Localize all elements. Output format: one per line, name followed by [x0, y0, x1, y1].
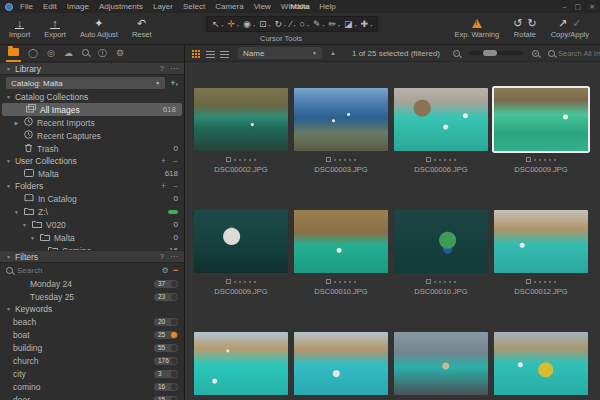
rating-dot[interactable]: [534, 281, 536, 283]
photo-cell[interactable]: DSC00010.JPG: [293, 210, 389, 332]
menu-adjustments[interactable]: Adjustments: [99, 2, 143, 11]
rating-dot[interactable]: [234, 281, 236, 283]
apply-adjustments-icon[interactable]: ✓: [572, 18, 581, 29]
rating-dot[interactable]: [549, 159, 551, 161]
photo-thumbnail[interactable]: [494, 88, 588, 151]
date-filter-monday-24[interactable]: Monday 2437: [0, 277, 184, 290]
add-icon[interactable]: +: [161, 156, 166, 166]
rating-dot[interactable]: [349, 159, 351, 161]
folder-in-catalog[interactable]: In Catalog0: [0, 192, 184, 205]
folder-v020[interactable]: ▼V0200: [0, 218, 184, 231]
photo-thumbnail[interactable]: [294, 88, 388, 151]
photo-thumbnail[interactable]: [394, 332, 488, 395]
photo-thumbnail[interactable]: [494, 210, 588, 273]
pick-color-tool-icon[interactable]: ✎: [313, 20, 325, 29]
rating-dot[interactable]: [354, 159, 356, 161]
menu-select[interactable]: Select: [183, 2, 205, 11]
tab-settings[interactable]: ⚙: [116, 48, 124, 58]
catalog-select[interactable]: Catalog: Malta ▼: [6, 77, 165, 89]
remove-icon[interactable]: −: [173, 156, 178, 166]
draw-mask-tool-icon[interactable]: ✏: [329, 20, 341, 29]
menu-camera[interactable]: Camera: [215, 2, 243, 11]
rotate-button[interactable]: ↺↻Rotate: [506, 13, 543, 44]
keyword-filter-door[interactable]: door15: [0, 393, 184, 400]
collection-recent-captures[interactable]: Recent Captures: [0, 129, 184, 142]
add-icon[interactable]: +: [161, 181, 166, 191]
add-catalog-button[interactable]: +▾: [170, 78, 178, 88]
filter-toggle-knob[interactable]: [171, 345, 177, 351]
rating-dot[interactable]: [254, 281, 256, 283]
tab-lens[interactable]: ◎: [47, 48, 55, 58]
zoom-out-icon[interactable]: −: [453, 50, 460, 57]
pick-checkbox[interactable]: [426, 157, 431, 162]
menu-layer[interactable]: Layer: [153, 2, 173, 11]
filter-toggle-knob[interactable]: [171, 384, 177, 390]
remove-icon[interactable]: −: [173, 181, 178, 191]
folder-z[interactable]: ▼Z:\: [0, 205, 184, 218]
rating-dot[interactable]: [434, 281, 436, 283]
photo-thumbnail[interactable]: [294, 210, 388, 273]
folder-malta[interactable]: ▼Malta0: [0, 231, 184, 244]
rating-dot[interactable]: [334, 159, 336, 161]
user-collection-malta[interactable]: Malta618: [0, 167, 184, 180]
photo-cell[interactable]: [393, 332, 489, 400]
photo-cell[interactable]: DSC00012.JPG: [493, 210, 589, 332]
rating-dot[interactable]: [339, 159, 341, 161]
collection-all-images[interactable]: All Images618: [2, 103, 182, 116]
pick-checkbox[interactable]: [326, 279, 331, 284]
rating-dot[interactable]: [254, 159, 256, 161]
loupe-tool-icon[interactable]: ◉: [243, 20, 255, 29]
overlay-tool-icon[interactable]: ○: [300, 20, 309, 29]
thumbnail-size-slider[interactable]: [469, 51, 523, 55]
filter-toggle-knob[interactable]: [171, 371, 177, 377]
filter-toggle-knob[interactable]: [171, 281, 177, 287]
rating-dot[interactable]: [244, 159, 246, 161]
photo-thumbnail[interactable]: [194, 332, 288, 395]
help-icon[interactable]: ?: [160, 252, 164, 261]
keyword-filter-comino[interactable]: comino16: [0, 380, 184, 393]
photo-thumbnail[interactable]: [194, 88, 288, 151]
tab-details[interactable]: [82, 48, 89, 58]
rating-dot[interactable]: [234, 159, 236, 161]
rating-dot[interactable]: [434, 159, 436, 161]
photo-cell[interactable]: DSC00002.JPG: [193, 88, 289, 210]
photo-cell[interactable]: DSC00009.JPG: [493, 88, 589, 210]
rating-dot[interactable]: [444, 281, 446, 283]
straighten-tool-icon[interactable]: ∕: [290, 20, 296, 29]
slider-handle[interactable]: [483, 50, 497, 56]
catalog-collections-header[interactable]: ▼ Catalog Collections: [0, 91, 184, 103]
menu-image[interactable]: Image: [67, 2, 89, 11]
copy-adjustments-icon[interactable]: ↗: [558, 18, 567, 29]
pick-checkbox[interactable]: [526, 157, 531, 162]
filter-toggle-knob[interactable]: [171, 319, 177, 325]
close-button[interactable]: ✕: [589, 3, 595, 11]
filters-search-input[interactable]: [17, 266, 158, 275]
export-button[interactable]: ↑Export: [37, 13, 73, 44]
import-button[interactable]: ↓Import: [2, 13, 37, 44]
keyword-filter-city[interactable]: city3: [0, 367, 184, 380]
rating-dot[interactable]: [454, 159, 456, 161]
filter-count-badge[interactable]: 20: [154, 318, 178, 326]
filter-count-badge[interactable]: 3: [154, 370, 178, 378]
filter-toggle-knob[interactable]: [171, 358, 177, 364]
auto-adjust-button[interactable]: ✦Auto Adjust: [73, 13, 125, 44]
exp-warning-button[interactable]: Exp. Warning: [447, 13, 506, 44]
photo-thumbnail[interactable]: [294, 332, 388, 395]
rating-dot[interactable]: [439, 159, 441, 161]
filter-count-badge[interactable]: 25: [154, 331, 178, 339]
rating-dot[interactable]: [244, 281, 246, 283]
photo-cell[interactable]: [193, 332, 289, 400]
list-view-icon[interactable]: [206, 49, 215, 58]
menu-edit[interactable]: Edit: [43, 2, 57, 11]
tab-color[interactable]: ☁: [64, 48, 73, 58]
disclosure-icon[interactable]: ▼: [29, 235, 36, 241]
rating-dot[interactable]: [539, 281, 541, 283]
photo-thumbnail[interactable]: [394, 210, 488, 273]
rating-dot[interactable]: [554, 281, 556, 283]
photo-cell[interactable]: DSC00009.JPG: [193, 210, 289, 332]
rating-dot[interactable]: [439, 281, 441, 283]
copy-apply-button[interactable]: ↗✓Copy/Apply: [544, 13, 596, 44]
rotate-cw-icon[interactable]: ↻: [527, 18, 536, 29]
library-panel-header[interactable]: ▼ Library ? ⋯: [0, 62, 184, 75]
filter-toggle-knob[interactable]: [171, 294, 177, 300]
